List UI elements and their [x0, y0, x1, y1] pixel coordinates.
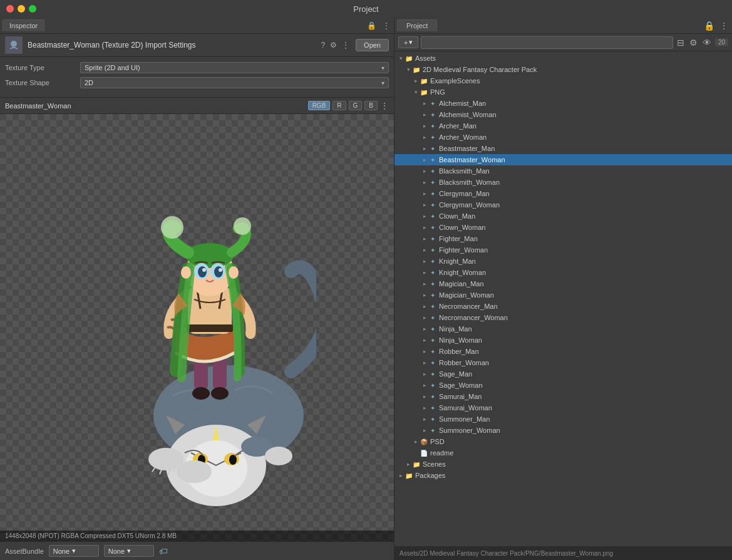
project-menu-icon[interactable]: ⋮: [718, 19, 729, 32]
tree-item-archer-woman[interactable]: ▸ ✦ Archer_Woman: [394, 132, 732, 143]
tree-item-knight-man[interactable]: ▸ ✦ Knight_Man: [394, 256, 732, 267]
clown-man-icon: ✦: [428, 212, 437, 220]
project-tab[interactable]: Project: [397, 19, 437, 31]
tree-item-blacksmith-man[interactable]: ▸ ✦ Blacksmith_Man: [394, 165, 732, 177]
open-button[interactable]: Open: [356, 39, 389, 51]
search-input[interactable]: [421, 36, 673, 49]
svg-point-28: [198, 266, 207, 277]
tree-item-clown-woman[interactable]: ▸ ✦ Clown_Woman: [394, 222, 732, 233]
clergyman-man-arrow: ▸: [421, 190, 428, 197]
tree-item-archer-man[interactable]: ▸ ✦ Archer_Man: [394, 120, 732, 132]
archer-woman-label: Archer_Woman: [439, 133, 487, 141]
readme-icon: 📄: [420, 449, 428, 457]
texture-shape-dropdown[interactable]: 2D ▾: [80, 77, 389, 88]
svg-point-15: [265, 447, 292, 465]
file-tree[interactable]: ▾ 📁 Assets ▾ 📁 2D Medieval Fantasy Chara…: [394, 51, 732, 546]
maximize-button[interactable]: [29, 5, 36, 13]
necromancer-woman-label: Necromancer_Woman: [439, 314, 508, 321]
tree-item-samurai-man[interactable]: ▸ ✦ Samurai_Man: [394, 391, 732, 402]
beastmaster-woman-arrow: ▸: [421, 157, 428, 163]
tree-item-beastmaster-woman[interactable]: ▸ ✦ Beastmaster_Woman: [394, 154, 732, 165]
tree-item-example-scenes[interactable]: ▸ 📁 ExampleScenes: [394, 75, 732, 86]
texture-type-label: Texture Type: [5, 64, 80, 71]
knight-woman-arrow: ▸: [421, 269, 428, 276]
minimize-button[interactable]: [18, 5, 25, 13]
svg-point-24: [161, 216, 183, 239]
project-tab-label: Project: [406, 22, 428, 29]
b-button[interactable]: B: [364, 101, 378, 110]
inspector-lock-button[interactable]: 🔒: [366, 20, 378, 31]
tree-item-pack[interactable]: ▾ 📁 2D Medieval Fantasy Character Pack: [394, 64, 732, 75]
tree-item-blacksmith-woman[interactable]: ▸ ✦ Blacksmith_Woman: [394, 177, 732, 188]
project-settings-icon[interactable]: ⚙: [688, 36, 699, 49]
tree-item-png[interactable]: ▾ 📁 PNG: [394, 86, 732, 98]
svg-point-25: [234, 217, 251, 235]
visibility-icon[interactable]: 👁: [701, 36, 713, 49]
tree-item-summoner-man[interactable]: ▸ ✦ Summoner_Man: [394, 413, 732, 425]
tree-item-clergyman-man[interactable]: ▸ ✦ Clergyman_Man: [394, 188, 732, 199]
window-controls: [6, 5, 36, 13]
blacksmith-woman-label: Blacksmith_Woman: [439, 179, 500, 186]
summoner-woman-label: Summoner_Woman: [439, 427, 500, 434]
tree-item-necromancer-man[interactable]: ▸ ✦ Necromancer_Man: [394, 301, 732, 312]
file-menu-icon[interactable]: ⋮: [341, 39, 351, 51]
tree-item-scenes[interactable]: ▸ 📁 Scenes: [394, 459, 732, 470]
tree-item-fighter-woman[interactable]: ▸ ✦ Fighter_Woman: [394, 244, 732, 256]
inspector-menu-button[interactable]: ⋮: [381, 20, 391, 31]
tree-item-necromancer-woman[interactable]: ▸ ✦ Necromancer_Woman: [394, 312, 732, 323]
tree-item-clown-man[interactable]: ▸ ✦ Clown_Man: [394, 210, 732, 222]
samurai-man-label: Samurai_Man: [439, 393, 482, 400]
tree-item-knight-woman[interactable]: ▸ ✦ Knight_Woman: [394, 267, 732, 278]
tree-item-psd[interactable]: ▸ 📦 PSD: [394, 436, 732, 447]
inspector-tab[interactable]: Inspector: [3, 19, 44, 31]
add-button[interactable]: + ▾: [398, 36, 418, 48]
clown-woman-label: Clown_Woman: [439, 224, 485, 231]
tree-item-ninja-woman[interactable]: ▸ ✦ Ninja_Woman: [394, 334, 732, 346]
tree-item-magician-man[interactable]: ▸ ✦ Magician_Man: [394, 278, 732, 289]
rgb-button[interactable]: RGB: [308, 101, 331, 110]
tree-item-summoner-woman[interactable]: ▸ ✦ Summoner_Woman: [394, 425, 732, 436]
tree-item-packages[interactable]: ▸ 📁 Packages: [394, 470, 732, 481]
archer-man-label: Archer_Man: [439, 122, 477, 130]
svg-rect-21: [187, 324, 233, 332]
assets-folder-icon: 📁: [405, 54, 413, 63]
fighter-woman-label: Fighter_Woman: [439, 246, 488, 254]
tree-item-fighter-man[interactable]: ▸ ✦ Fighter_Man: [394, 233, 732, 244]
magician-woman-arrow: ▸: [421, 292, 428, 298]
blacksmith-man-icon: ✦: [428, 167, 437, 175]
tree-item-sage-man[interactable]: ▸ ✦ Sage_Man: [394, 368, 732, 380]
summoner-man-icon: ✦: [428, 415, 437, 423]
tree-item-beastmaster-man[interactable]: ▸ ✦ Beastmaster_Man: [394, 143, 732, 154]
g-button[interactable]: G: [349, 101, 363, 110]
r-button[interactable]: R: [332, 101, 346, 110]
texture-type-dropdown[interactable]: Sprite (2D and UI) ▾: [80, 62, 389, 73]
beastmaster-man-arrow: ▸: [421, 145, 428, 152]
settings-icon[interactable]: ⚙: [329, 39, 338, 51]
tree-item-magician-woman[interactable]: ▸ ✦ Magician_Woman: [394, 289, 732, 301]
tree-item-sage-woman[interactable]: ▸ ✦ Sage_Woman: [394, 380, 732, 391]
tree-item-alchemist-man[interactable]: ▸ ✦ Alchemist_Man: [394, 98, 732, 109]
tree-item-ninja-man[interactable]: ▸ ✦ Ninja_Man: [394, 323, 732, 334]
clown-woman-icon: ✦: [428, 223, 437, 232]
tree-item-alchemist-woman[interactable]: ▸ ✦ Alchemist_Woman: [394, 109, 732, 120]
asset-bundle-dropdown2[interactable]: None ▾: [104, 545, 154, 557]
tree-item-robber-woman[interactable]: ▸ ✦ Robber_Woman: [394, 357, 732, 368]
blacksmith-woman-arrow: ▸: [421, 179, 428, 185]
asset-bundle-dropdown1[interactable]: None ▾: [49, 545, 99, 557]
inspector-tab-label: Inspector: [9, 22, 38, 29]
close-button[interactable]: [6, 5, 14, 13]
tree-item-samurai-woman[interactable]: ▸ ✦ Samurai_Woman: [394, 402, 732, 413]
psd-arrow: ▸: [412, 438, 420, 445]
samurai-man-icon: ✦: [428, 392, 437, 401]
svg-point-31: [219, 268, 222, 272]
tree-item-robber-man[interactable]: ▸ ✦ Robber_Man: [394, 346, 732, 357]
image-menu-icon[interactable]: ⋮: [380, 101, 389, 111]
help-icon[interactable]: ?: [319, 39, 326, 51]
tree-item-readme[interactable]: 📄 readme: [394, 447, 732, 459]
tree-item-assets[interactable]: ▾ 📁 Assets: [394, 53, 732, 64]
necromancer-man-label: Necromancer_Man: [439, 303, 498, 310]
filter-icon[interactable]: ⊟: [676, 36, 686, 49]
project-lock-icon[interactable]: 🔒: [703, 19, 716, 32]
tree-item-clergyman-woman[interactable]: ▸ ✦ Clergyman_Woman: [394, 199, 732, 210]
ninja-man-label: Ninja_Man: [439, 325, 472, 333]
